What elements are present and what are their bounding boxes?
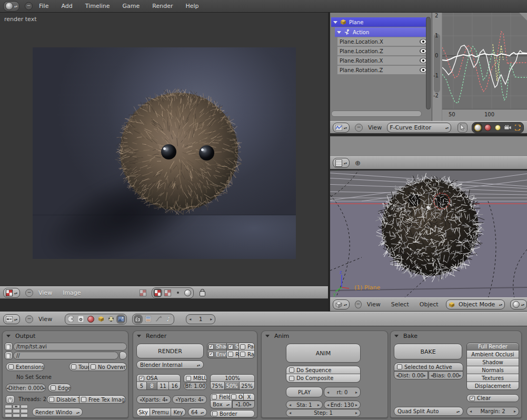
pano-toggle[interactable]: Pano [239,343,255,351]
radio-toggle[interactable]: Radi [239,351,255,358]
menu-timeline[interactable]: Timeline [85,3,110,9]
channel-object-plane[interactable]: Plane [331,17,429,27]
channel-row[interactable]: Plane.Location.X [337,37,429,46]
mblur-toggle[interactable]: MBLUR [184,374,207,382]
do-composite-toggle[interactable]: Do Composite [286,374,361,383]
expand-icon[interactable] [333,21,337,24]
size-25-button[interactable]: 25% [240,382,255,390]
scene-context-icon[interactable] [116,315,125,324]
new-text-button[interactable]: ⊕ [355,159,361,167]
yparts-field[interactable]: ◂Yparts: 4▸ [172,395,207,404]
bake-mode-displacement[interactable]: Displacement [466,382,519,390]
viewport-3d-canvas[interactable]: z y (1) Plane [330,169,527,297]
collapse-menus-button[interactable]: − [355,301,362,308]
bake-mode-full-render[interactable]: Full Render [466,343,519,351]
material-filter-icon[interactable] [473,123,482,132]
file-browse-button[interactable] [5,343,13,351]
menu-view[interactable]: View [38,289,52,296]
auto-threads-button[interactable] [6,395,15,404]
clear-toggle[interactable]: Clear [466,394,519,402]
osa-8-button[interactable]: 8 [147,382,157,390]
bias-field[interactable]: ◂Bias: 0.00▸ [429,371,463,379]
shadow-toggle[interactable]: Shad [207,343,227,351]
draw-image-icon[interactable] [153,288,162,297]
channel-row[interactable]: Plane.Rotation.X [337,56,429,65]
editing-context-icon[interactable] [106,315,115,324]
collapse-panel-icon[interactable] [6,335,11,337]
disable-tex-toggle[interactable]: Disable Te [47,395,79,404]
file-browse-button[interactable] [5,352,13,359]
channel-action[interactable]: Action [335,27,429,37]
backbuf-toggle-button[interactable] [120,352,127,359]
selected-to-active-toggle[interactable]: Selected to Active [394,363,463,371]
script-context-icon[interactable] [76,315,85,324]
output-path-field[interactable]: /tmp/tst.avi [13,343,127,351]
increment-icon[interactable]: ▸ [210,317,212,322]
color-sample-icon[interactable] [183,288,192,297]
menu-view[interactable]: View [38,316,52,323]
dist-field[interactable]: ◂Dist: 0.00▸ [394,371,428,379]
menu-game[interactable]: Game [123,3,140,9]
shading-context-icon[interactable] [86,315,95,324]
menu-select[interactable]: Select [391,301,409,308]
collapse-menus-button[interactable]: − [355,124,363,132]
filter-dropdown[interactable]: Box▴▾ [210,401,232,408]
menu-file[interactable]: File [39,3,48,9]
cursor-tool-button[interactable] [458,123,468,133]
lock-icon[interactable] [198,288,207,297]
collapse-panel-icon[interactable] [137,335,141,337]
quad-split-dropdown[interactable]: Quad Split Auto▴▾ [394,407,463,416]
margin-field[interactable]: ◂Margin: 2▸ [466,407,519,416]
editor-type-selector[interactable]: ▴▾ [3,314,20,324]
collapse-menus-button[interactable]: − [25,315,33,323]
size-75-button[interactable]: 75% [210,382,225,390]
end-frame-field[interactable]: ◂End: 130▸ [324,401,361,409]
size-50-button[interactable]: 50% [225,382,240,390]
fields-toggle[interactable]: Fields [210,393,230,401]
sss-toggle[interactable]: SS [227,343,239,351]
alpha-premul-button[interactable]: Premu [150,408,171,416]
mode-dropdown[interactable]: Object Mode ▴▾ [446,299,505,309]
dither-slider[interactable]: ◂Dither: 0.000▸ [6,384,46,392]
do-sequence-toggle[interactable]: Do Sequence [286,366,361,374]
expand-icon[interactable] [337,31,341,34]
odd-toggle[interactable]: Odd [230,393,244,401]
collapse-menus-button[interactable]: − [25,289,33,297]
render-button[interactable]: RENDER [136,344,204,358]
render-engine-dropdown[interactable]: Blender Internal▴▾ [136,361,204,369]
object-context-icon[interactable] [96,315,105,324]
image-paint-icon[interactable] [138,288,147,297]
osa-16-button[interactable]: 16 [169,382,181,390]
play-button[interactable]: PLAY [286,387,323,397]
fcurve-horizontal-scrollbar[interactable]: 50 100 [442,109,527,121]
text-editor-area[interactable]: ▴▾ ⊕ [330,135,527,168]
sequencer-subcontext-icon[interactable] [144,315,153,324]
start-frame-field[interactable]: ◂Sta: 1▸ [286,401,323,409]
menu-help[interactable]: Help [185,3,198,9]
collapse-menus-button[interactable]: − [25,2,33,10]
backbuf-path-field[interactable]: // [13,352,118,359]
bake-mode-normals[interactable]: Normals [466,366,519,374]
render-subcontext-icon[interactable] [134,315,143,324]
channel-row[interactable]: Plane.Location.Z [337,47,429,55]
anim-button[interactable]: ANIM [286,344,361,363]
osa-5-button[interactable]: 5 [136,382,147,390]
draw-zbuffer-icon[interactable] [173,288,182,297]
channels-horizontal-scrollbar[interactable] [331,111,422,117]
menu-view[interactable]: View [367,301,381,308]
shading-filter-icon[interactable] [483,123,492,132]
fcurve-graph-view[interactable] [442,13,527,109]
editor-type-selector[interactable]: ▴▾ [333,123,350,133]
x-toggle[interactable]: X [244,393,255,401]
world-filter-icon[interactable] [513,123,522,132]
collapse-panel-icon[interactable] [265,335,270,337]
envmap-toggle[interactable]: EnvM [207,351,227,358]
scrollbar-thumb[interactable] [434,34,440,93]
menu-add[interactable]: Add [61,3,72,9]
bake-button[interactable]: BAKE [394,344,462,359]
window-type-selector[interactable]: ▴▾ [3,1,19,12]
menu-render[interactable]: Render [152,3,173,9]
render-display-dropdown[interactable]: Render Windo▴▾ [32,408,83,416]
decrement-icon[interactable]: ◂ [189,317,191,322]
anim-subcontext-icon[interactable] [154,315,163,324]
